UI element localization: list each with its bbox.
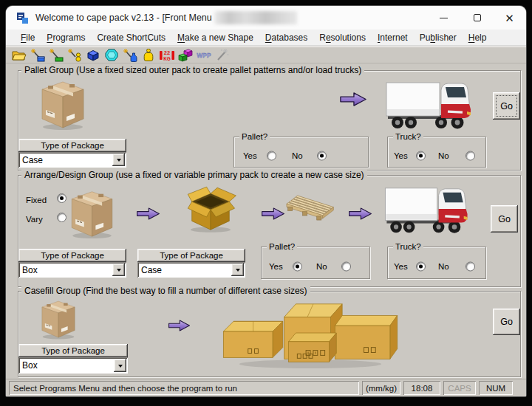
open-file-icon[interactable]: [11, 48, 27, 63]
redacted-title-text: [214, 11, 297, 24]
arrange-type-of-package-button-1[interactable]: Type of Package: [18, 249, 126, 262]
truck-yes-radio[interactable]: [416, 151, 426, 161]
svg-text:KG: KG: [163, 56, 171, 61]
wand-icon[interactable]: [214, 48, 231, 63]
screen-background: Welcome to cape pack v2.13 - [Front Menu…: [0, 0, 532, 406]
arrange-truck-no-radio[interactable]: [466, 262, 475, 272]
svg-text:WPP: WPP: [197, 52, 211, 59]
weight-limit-icon[interactable]: 22KG: [159, 48, 175, 63]
arrange-pallet-no-label[interactable]: No: [316, 262, 327, 271]
arrange-truck-no-label[interactable]: No: [438, 262, 449, 271]
arrange-package-combo-2-dropdown-button[interactable]: [231, 264, 244, 276]
casefill-type-of-package-button[interactable]: Type of Package: [18, 344, 128, 357]
arrange-package-combo-1[interactable]: Box: [18, 262, 126, 278]
app-icon: [16, 12, 29, 24]
pallet-group-title: Pallet Group (Use a fixed sized outer pa…: [21, 65, 364, 75]
app-window: Welcome to cape pack v2.13 - [Front Menu…: [6, 6, 526, 396]
arrange-truck-question-title: Truck?: [393, 242, 423, 251]
menu-databases[interactable]: Databases: [259, 30, 313, 45]
minimize-button[interactable]: [427, 6, 460, 30]
status-time: 18:08: [403, 381, 440, 395]
pallet-yes-label[interactable]: Yes: [243, 151, 257, 160]
chevron-down-icon: [118, 365, 123, 370]
truck-question-title: Truck?: [393, 132, 423, 141]
closed-box-illustration: [39, 296, 78, 340]
package-icon[interactable]: [85, 48, 101, 63]
chevron-down-icon: [236, 269, 240, 274]
cases-icon[interactable]: [177, 48, 194, 63]
multiple-boxes-illustration: [221, 297, 400, 371]
window-title: Welcome to cape pack v2.13 - [Front Menu: [35, 13, 212, 23]
close-button[interactable]: ✕: [493, 6, 526, 30]
menu-file[interactable]: File: [15, 30, 41, 45]
status-units[interactable]: (mm/kg): [362, 381, 400, 395]
truck-question-row: Yes No: [388, 148, 485, 164]
status-bar: Select Programs Menu and then choose the…: [6, 379, 526, 396]
pallet-go-button[interactable]: Go: [493, 92, 520, 120]
minimize-icon: [440, 18, 448, 18]
arrange-pallet-question-group: Pallet? Yes No: [261, 247, 370, 279]
arrange-truck-yes-label[interactable]: Yes: [394, 262, 408, 271]
truck-illustration: [383, 182, 469, 240]
arrange-pallet-yes-radio[interactable]: [293, 262, 302, 272]
wpp-icon[interactable]: WPP: [196, 48, 212, 63]
gem-icon[interactable]: [103, 48, 120, 63]
pallet-illustration: [286, 193, 345, 227]
status-num-indicator: NUM: [479, 381, 513, 395]
pallet-package-combo-value: Case: [18, 155, 126, 165]
wizard-bottle-icon[interactable]: [122, 48, 138, 63]
arrange-go-button[interactable]: Go: [491, 205, 518, 233]
status-caps-indicator: CAPS: [443, 381, 476, 395]
truck-no-radio[interactable]: [466, 151, 475, 161]
pallet-question-group: Pallet? Yes No: [233, 137, 369, 168]
arrange-truck-question-row: Yes No: [388, 258, 485, 275]
arrange-package-combo-1-value: Box: [18, 265, 126, 275]
wizard-case-icon[interactable]: [30, 48, 46, 63]
chevron-down-icon: [117, 269, 121, 274]
pallet-no-label[interactable]: No: [292, 151, 303, 160]
arrange-pallet-no-radio[interactable]: [341, 262, 351, 272]
pallet-type-of-package-button[interactable]: Type of Package: [18, 139, 126, 152]
menu-resolutions[interactable]: Resolutions: [313, 30, 372, 45]
arrange-package-combo-2-value: Case: [137, 265, 245, 275]
arrange-type-of-package-button-2[interactable]: Type of Package: [137, 249, 245, 262]
arrow-right-icon: [348, 206, 372, 221]
truck-illustration: [385, 77, 472, 136]
pallet-question-row: Yes No: [234, 148, 368, 164]
casefill-package-combo-dropdown-button[interactable]: [114, 359, 126, 372]
maximize-icon: [474, 14, 481, 21]
menu-internet[interactable]: Internet: [372, 30, 414, 45]
arrange-truck-yes-radio[interactable]: [416, 262, 426, 272]
arrow-right-icon: [168, 318, 191, 333]
casefill-package-combo[interactable]: Box: [18, 357, 128, 374]
arrange-pallet-yes-label[interactable]: Yes: [269, 262, 283, 271]
wizard-stack-icon[interactable]: [66, 48, 83, 63]
title-bar: Welcome to cape pack v2.13 - [Front Menu…: [6, 6, 526, 30]
arrange-package-combo-1-dropdown-button[interactable]: [112, 264, 125, 276]
truck-yes-label[interactable]: Yes: [394, 151, 408, 160]
truck-no-label[interactable]: No: [438, 151, 449, 160]
menu-bar: File Programs Create ShortCuts Make a ne…: [6, 30, 526, 46]
casefill-group: Casefill Group (Find the best way to fil…: [18, 291, 521, 377]
bottle-icon[interactable]: [140, 48, 157, 63]
arrow-right-icon: [136, 206, 160, 221]
menu-help[interactable]: Help: [463, 30, 493, 45]
menu-make-a-new-shape[interactable]: Make a new Shape: [171, 30, 259, 45]
pallet-package-combo-dropdown-button[interactable]: [112, 154, 125, 166]
wizard-tray-icon[interactable]: [48, 48, 64, 63]
arrange-group-title: Arrange/Design Group (use a fixed or var…: [21, 170, 367, 180]
menu-create-shortcuts[interactable]: Create ShortCuts: [91, 30, 171, 45]
casefill-go-button[interactable]: Go: [493, 309, 520, 335]
pallet-group: Pallet Group (Use a fixed sized outer pa…: [18, 70, 521, 171]
status-message: Select Programs Menu and then choose the…: [9, 381, 359, 395]
arrange-truck-question-group: Truck? Yes No: [387, 247, 486, 279]
pallet-no-radio[interactable]: [317, 151, 327, 161]
pallet-yes-radio[interactable]: [267, 151, 276, 161]
maximize-button[interactable]: [460, 6, 494, 30]
menu-programs[interactable]: Programs: [41, 30, 91, 45]
vary-label[interactable]: Vary: [26, 215, 43, 224]
arrange-package-combo-2[interactable]: Case: [137, 262, 245, 278]
pallet-package-combo[interactable]: Case: [18, 152, 126, 168]
menu-publisher[interactable]: Publisher: [414, 30, 463, 45]
fixed-label[interactable]: Fixed: [26, 196, 47, 204]
